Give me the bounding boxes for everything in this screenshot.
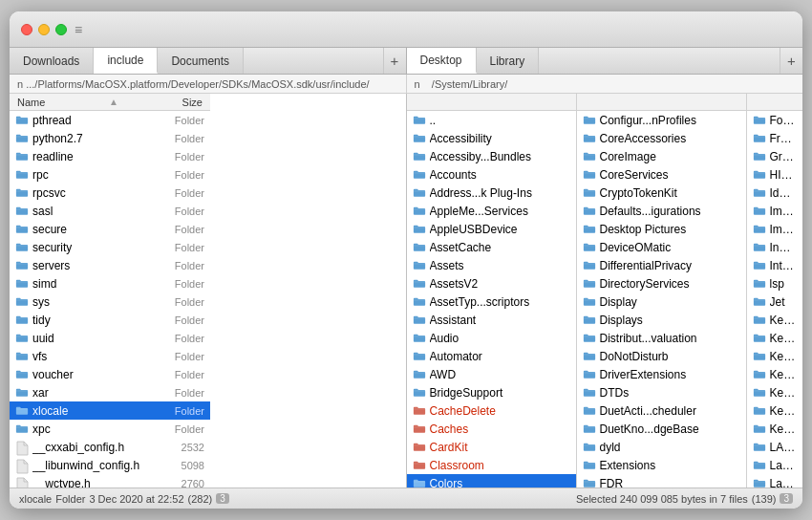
list-item[interactable]: Distribut...valuation [577, 329, 746, 347]
list-item[interactable]: DeviceOMatic [577, 238, 746, 256]
list-item[interactable]: CardKit [407, 438, 576, 456]
tab-desktop[interactable]: Desktop [407, 48, 477, 74]
list-item[interactable]: Accounts [407, 165, 576, 184]
tab-downloads[interactable]: Downloads [10, 48, 94, 74]
list-item[interactable]: HIDPlugins [747, 165, 803, 184]
list-item[interactable]: BridgeSupport [407, 383, 576, 401]
list-item[interactable]: AssetsV2 [407, 274, 576, 292]
list-item[interactable]: Image Capture [747, 202, 803, 220]
list-item[interactable]: Extensions [577, 456, 746, 474]
list-item[interactable]: AssetTyp...scriptors [407, 292, 576, 311]
list-item[interactable]: simdFolder [10, 274, 210, 292]
list-item[interactable]: readlineFolder [10, 147, 210, 165]
row-label: CardKit [430, 441, 570, 454]
list-item[interactable]: saslFolder [10, 202, 210, 220]
list-item[interactable]: xpcFolder [10, 420, 210, 438]
list-item[interactable]: DTDs [577, 383, 746, 401]
maximize-button[interactable] [55, 24, 67, 35]
list-item[interactable]: Accessiby...Bundles [407, 147, 576, 165]
tab-documents[interactable]: Documents [158, 48, 244, 74]
list-item[interactable]: xlocaleFolder [10, 401, 210, 420]
list-item[interactable]: InternetAccounts [747, 256, 803, 274]
status-bar: xlocale Folder 3 Dec 2020 at 22:52 (282)… [10, 488, 802, 509]
list-item[interactable]: Accessibility [407, 129, 576, 147]
list-item[interactable]: Graphics [747, 147, 803, 165]
list-item[interactable]: Kernels [747, 347, 803, 365]
list-item[interactable]: Assets [407, 256, 576, 274]
list-item[interactable]: CoreAccessories [577, 129, 746, 147]
list-item[interactable]: __cxxabi_config.h2532 [10, 438, 210, 456]
list-item[interactable]: pthreadFolder [10, 111, 210, 129]
list-item[interactable]: IdentityServices [747, 184, 803, 202]
list-item[interactable]: sysFolder [10, 292, 210, 311]
toolbar-icon: ≡ [75, 22, 82, 37]
list-item[interactable]: AWD [407, 365, 576, 383]
list-item[interactable]: Jet [747, 292, 803, 311]
list-item[interactable]: Display [577, 292, 746, 311]
list-item[interactable]: Caches [407, 420, 576, 438]
list-item[interactable]: DirectoryServices [577, 274, 746, 292]
list-item[interactable]: dyld [577, 438, 746, 456]
list-item[interactable]: LaunchAgents [747, 456, 803, 474]
list-item[interactable]: securityFolder [10, 238, 210, 256]
list-item[interactable]: Fonts [747, 111, 803, 129]
list-item[interactable]: Configur...nProfiles [577, 111, 746, 129]
list-item[interactable]: Audio [407, 329, 576, 347]
close-button[interactable] [21, 24, 32, 35]
list-item[interactable]: Frameworks [747, 129, 803, 147]
list-item[interactable]: Displays [577, 311, 746, 329]
list-item[interactable]: secureFolder [10, 220, 210, 238]
list-item[interactable]: .. [407, 111, 576, 129]
list-item[interactable]: Keyboar...arameters [747, 383, 803, 401]
list-item[interactable]: Defaults...igurations [577, 202, 746, 220]
list-item[interactable]: rpcFolder [10, 165, 210, 184]
list-item[interactable]: Input Methods [747, 238, 803, 256]
list-item[interactable]: KerberosPlugins [747, 311, 803, 329]
minimize-button[interactable] [38, 24, 50, 35]
list-item[interactable]: Address...k Plug-Ins [407, 184, 576, 202]
list-item[interactable]: Keychain [747, 401, 803, 420]
row-label: DoNotDisturb [600, 350, 740, 363]
list-item[interactable]: DriverExtensions [577, 365, 746, 383]
list-item[interactable]: CoreImage [577, 147, 746, 165]
list-item[interactable]: rpcsvcFolder [10, 184, 210, 202]
list-item[interactable]: DifferentialPrivacy [577, 256, 746, 274]
list-item[interactable]: DuetActi...cheduler [577, 401, 746, 420]
list-item[interactable]: Keyboard Layouts [747, 365, 803, 383]
tab-library[interactable]: Library [477, 48, 540, 74]
list-item[interactable]: serversFolder [10, 256, 210, 274]
list-item[interactable]: lsp [747, 274, 803, 292]
list-item[interactable]: LaunchDaemons [747, 474, 803, 488]
list-item[interactable]: voucherFolder [10, 365, 210, 383]
tab-include[interactable]: include [94, 48, 158, 74]
list-item[interactable]: AppleMe...Services [407, 202, 576, 220]
list-item[interactable]: CacheDelete [407, 401, 576, 420]
list-item[interactable]: DuetKno...dgeBase [577, 420, 746, 438]
row-label: AssetsV2 [430, 277, 570, 291]
list-item[interactable]: Colors [407, 474, 576, 488]
list-item[interactable]: CryptoTokenKit [577, 184, 746, 202]
list-item[interactable]: Desktop Pictures [577, 220, 746, 238]
list-item[interactable]: FDR [577, 474, 746, 488]
list-item[interactable]: DoNotDisturb [577, 347, 746, 365]
list-item[interactable]: __wctype.h2760 [10, 474, 210, 488]
col1-size-header: Size [182, 97, 203, 108]
list-item[interactable]: ImagingNetworks [747, 220, 803, 238]
list-item[interactable]: KernelCollections [747, 329, 803, 347]
add-tab-left[interactable]: + [383, 48, 406, 74]
list-item[interactable]: vfsFolder [10, 347, 210, 365]
list-item[interactable]: xarFolder [10, 383, 210, 401]
list-item[interactable]: uuidFolder [10, 329, 210, 347]
list-item[interactable]: LASecureIO [747, 438, 803, 456]
list-item[interactable]: Classroom [407, 456, 576, 474]
list-item[interactable]: tidyFolder [10, 311, 210, 329]
list-item[interactable]: __libunwind_config.h5098 [10, 456, 210, 474]
list-item[interactable]: Assistant [407, 311, 576, 329]
add-tab-right[interactable]: + [780, 48, 802, 74]
list-item[interactable]: AppleUSBDevice [407, 220, 576, 238]
list-item[interactable]: Keychains [747, 420, 803, 438]
list-item[interactable]: Automator [407, 347, 576, 365]
list-item[interactable]: AssetCache [407, 238, 576, 256]
list-item[interactable]: python2.7Folder [10, 129, 210, 147]
list-item[interactable]: CoreServices [577, 165, 746, 184]
